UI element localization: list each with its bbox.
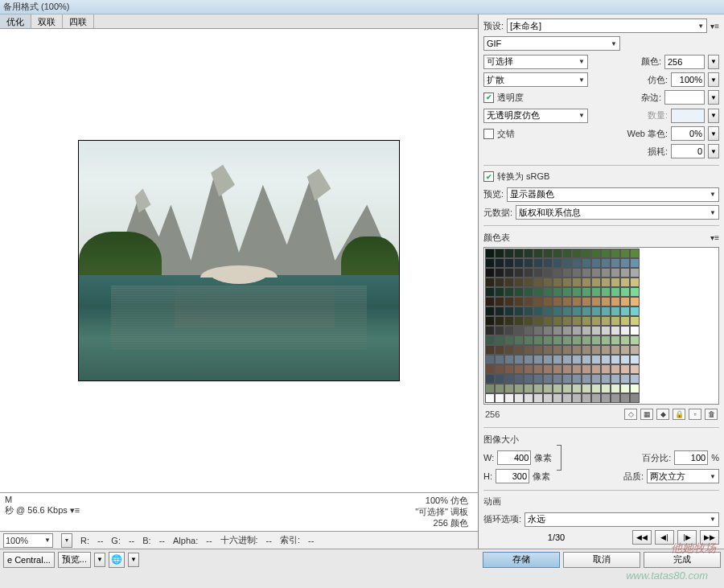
percent-input[interactable]: 100 [674,450,708,465]
color-swatch[interactable] [562,316,572,326]
color-swatch[interactable] [495,249,504,258]
color-swatch[interactable] [495,364,504,374]
color-swatch[interactable] [524,306,533,316]
color-swatch[interactable] [524,355,533,364]
color-swatch[interactable] [572,258,582,268]
color-swatch[interactable] [514,268,524,278]
color-swatch[interactable] [562,374,572,384]
cancel-button[interactable]: 取消 [563,552,640,568]
color-swatch[interactable] [524,335,533,345]
color-swatch[interactable] [524,249,533,258]
preview-color-select[interactable]: 显示器颜色▼ [507,187,719,202]
color-swatch[interactable] [582,278,591,287]
color-swatch[interactable] [591,297,601,306]
color-swatch[interactable] [533,287,543,297]
color-swatch[interactable] [533,335,543,345]
color-swatch[interactable] [553,326,562,335]
color-swatch[interactable] [611,335,620,345]
color-swatch[interactable] [611,268,620,278]
web-arrow[interactable]: ▼ [708,126,719,141]
first-frame-button[interactable]: ◀◀ [632,530,652,545]
color-swatch[interactable] [533,345,543,355]
metadata-select[interactable]: 版权和联系信息▼ [516,205,719,220]
ct-lock-icon[interactable]: 🔒 [673,409,685,420]
color-swatch[interactable] [562,345,572,355]
color-swatch[interactable] [543,258,553,268]
color-swatch[interactable] [514,316,524,326]
color-swatch[interactable] [582,268,591,278]
color-swatch[interactable] [582,374,591,384]
color-swatch[interactable] [562,297,572,306]
color-swatch[interactable] [504,335,514,345]
color-swatch[interactable] [562,268,572,278]
color-swatch[interactable] [514,355,524,364]
color-swatch[interactable] [485,249,495,258]
color-swatch[interactable] [620,306,630,316]
color-swatch[interactable] [611,258,620,268]
globe-icon-button[interactable]: 🌐 [109,552,125,568]
srgb-checkbox[interactable]: ✔ [483,171,494,182]
color-swatch[interactable] [630,335,640,345]
color-swatch[interactable] [533,326,543,335]
color-swatch[interactable] [543,335,553,345]
color-swatch[interactable] [601,258,611,268]
color-swatch[interactable] [485,287,495,297]
color-swatch[interactable] [495,258,504,268]
color-swatch[interactable] [630,384,640,393]
color-swatch[interactable] [553,393,562,403]
color-swatch[interactable] [601,335,611,345]
color-swatch[interactable] [562,287,572,297]
color-swatch[interactable] [582,364,591,374]
color-swatch[interactable] [562,258,572,268]
color-swatch[interactable] [533,316,543,326]
color-swatch[interactable] [553,258,562,268]
color-swatch[interactable] [611,326,620,335]
color-swatch[interactable] [524,345,533,355]
zoom-select[interactable]: 100%▼ [3,533,53,548]
color-swatch[interactable] [514,364,524,374]
color-swatch[interactable] [562,326,572,335]
color-swatch[interactable] [601,268,611,278]
color-swatch[interactable] [533,249,543,258]
color-swatch[interactable] [553,384,562,393]
color-swatch[interactable] [485,258,495,268]
color-swatch[interactable] [524,326,533,335]
color-swatch[interactable] [514,249,524,258]
color-swatch[interactable] [582,249,591,258]
color-swatch[interactable] [485,316,495,326]
color-swatch[interactable] [620,287,630,297]
color-swatch[interactable] [630,297,640,306]
color-swatch[interactable] [553,335,562,345]
color-swatch[interactable] [611,306,620,316]
color-swatch[interactable] [553,316,562,326]
color-swatch[interactable] [572,374,582,384]
save-button[interactable]: 存储 [483,552,560,568]
loop-select[interactable]: 永远▼ [524,512,719,527]
color-swatch[interactable] [572,287,582,297]
color-swatch[interactable] [582,306,591,316]
color-swatch[interactable] [533,384,543,393]
color-swatch[interactable] [504,316,514,326]
tab-4up[interactable]: 四联 [63,14,94,28]
color-swatch[interactable] [543,316,553,326]
ct-icon-1[interactable]: ◇ [624,409,637,420]
trans-dither-select[interactable]: 无透明度仿色▼ [483,109,588,123]
color-swatch[interactable] [582,297,591,306]
color-swatch[interactable] [533,258,543,268]
color-swatch[interactable] [630,393,640,403]
color-swatch[interactable] [572,268,582,278]
color-swatch[interactable] [524,258,533,268]
color-swatch[interactable] [562,355,572,364]
color-swatch[interactable] [533,268,543,278]
color-swatch[interactable] [562,249,572,258]
color-swatch[interactable] [611,364,620,374]
color-swatch[interactable] [611,384,620,393]
color-swatch[interactable] [504,326,514,335]
color-swatch[interactable] [543,306,553,316]
color-swatch[interactable] [485,393,495,403]
color-swatch[interactable] [524,384,533,393]
color-swatch[interactable] [630,287,640,297]
ct-trash-icon[interactable]: 🗑 [705,409,718,420]
color-swatch[interactable] [524,287,533,297]
color-swatch[interactable] [572,326,582,335]
